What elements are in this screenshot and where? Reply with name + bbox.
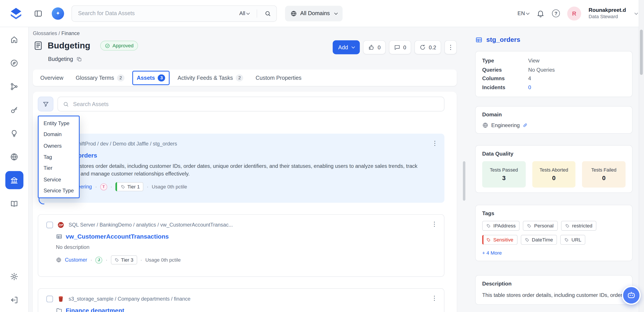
comments-button[interactable]: 0: [389, 40, 411, 54]
tag-pill[interactable]: DateTime: [520, 235, 557, 245]
app-logo-icon[interactable]: [9, 6, 23, 20]
tests-failed-box[interactable]: Tests Failed 0: [582, 161, 626, 188]
sidebar-item-settings[interactable]: [5, 267, 23, 285]
upvote-button[interactable]: 0: [363, 40, 386, 54]
asset-more-button[interactable]: ⋮: [432, 139, 438, 147]
sidebar-item-explore[interactable]: [5, 54, 23, 72]
sidebar-item-access[interactable]: [5, 101, 23, 119]
help-icon[interactable]: ?: [552, 10, 560, 17]
tag-icon: [565, 223, 570, 228]
all-domains-dropdown[interactable]: All Domains: [285, 6, 343, 21]
notifications-bell-icon[interactable]: [536, 9, 545, 18]
content-scrollbar-thumb[interactable]: [463, 161, 465, 201]
page-scrollbar-thumb[interactable]: [640, 30, 643, 75]
link-icon[interactable]: [522, 122, 528, 128]
filter-button[interactable]: [38, 97, 54, 111]
sidebar-collapse-icon[interactable]: [34, 9, 43, 18]
breadcrumb-glossaries[interactable]: Glossaries: [33, 31, 57, 36]
sidebar-item-governance[interactable]: [5, 171, 23, 189]
status-badge[interactable]: Approved: [100, 41, 138, 51]
assets-search-bar[interactable]: [58, 97, 444, 111]
tag-pill[interactable]: URL: [560, 235, 586, 245]
score-button[interactable]: 0.2: [414, 40, 441, 54]
detail-label: Queries: [482, 65, 528, 74]
tests-passed-box[interactable]: Tests Passed 3: [482, 161, 526, 188]
table-icon: [475, 36, 483, 44]
asset-domain-link[interactable]: Customer: [65, 257, 87, 263]
chevron-down-icon[interactable]: [634, 11, 638, 15]
filter-menu-item[interactable]: Service Type: [38, 185, 79, 196]
tab-custom-properties[interactable]: Custom Properties: [256, 75, 302, 81]
sidebar-item-lineage[interactable]: [5, 77, 23, 96]
asset-title-link[interactable]: vw_CustomerAccountTransactions: [56, 233, 436, 240]
chat-assistant-fab[interactable]: [622, 286, 641, 305]
asset-title-link[interactable]: Finance department: [56, 307, 436, 312]
detail-label: Type: [482, 56, 528, 65]
main-content: Glossaries / Finance Budgeting Approved …: [29, 27, 464, 312]
tag-pill[interactable]: IPAddress: [482, 221, 520, 231]
global-search-bar[interactable]: All: [72, 5, 277, 22]
details-tags-card: Tags IPAddress Personal restr: [475, 205, 632, 261]
score-value: 0.2: [429, 44, 436, 50]
left-sidebar: [0, 27, 29, 312]
add-button[interactable]: Add: [333, 40, 360, 54]
assets-toolbar: [38, 97, 444, 111]
search-icon[interactable]: [264, 10, 271, 17]
domain-value[interactable]: Engineering: [491, 122, 520, 128]
owner-avatar[interactable]: J: [96, 257, 102, 264]
sidebar-item-logout[interactable]: [5, 291, 23, 309]
tag-pill[interactable]: Personal: [523, 221, 558, 231]
tab-glossary-terms[interactable]: Glossary Terms 2: [76, 74, 124, 81]
asset-checkbox[interactable]: [46, 222, 53, 228]
filter-menu-item[interactable]: Owners: [38, 140, 79, 151]
filter-menu-item[interactable]: Service: [38, 174, 79, 185]
sidebar-item-home[interactable]: [5, 31, 23, 49]
tab-overview[interactable]: Overview: [40, 75, 64, 81]
tier-badge[interactable]: Tier 1: [116, 182, 144, 191]
global-search-input[interactable]: [77, 10, 236, 17]
tier-badge[interactable]: Tier 3: [111, 255, 137, 264]
asset-description: This table stores order details, includi…: [55, 162, 433, 178]
user-info[interactable]: Rounakpreet.d Data Steward: [589, 7, 626, 20]
globe-icon: [10, 152, 18, 161]
sql-server-source-icon: [57, 221, 64, 229]
tests-aborted-box[interactable]: Tests Aborted 0: [532, 161, 576, 188]
details-title-link[interactable]: stg_orders: [486, 36, 520, 44]
tag-label: IPAddress: [493, 223, 516, 229]
tab-label: Activity Feeds & Tasks: [178, 75, 233, 81]
filter-menu-item[interactable]: Entity Type: [38, 118, 79, 129]
ai-assistant-button[interactable]: ✦: [52, 7, 64, 20]
tag-pill[interactable]: restricted: [561, 221, 596, 231]
user-avatar[interactable]: R: [567, 6, 581, 20]
asset-card-vw-customer[interactable]: SQL Server / BankingDemo / analytics / v…: [38, 214, 444, 277]
filter-menu-item[interactable]: Tag: [38, 151, 79, 163]
asset-more-button[interactable]: ⋮: [431, 294, 438, 302]
tags-more-link[interactable]: + 4 More: [482, 250, 626, 256]
dot-separator: [140, 257, 142, 263]
tab-assets[interactable]: Assets 3: [137, 74, 165, 81]
sidebar-item-insights[interactable]: [5, 124, 23, 142]
tag-pill[interactable]: Sensitive: [482, 235, 518, 245]
thumbs-up-icon: [368, 44, 375, 51]
assets-search-input[interactable]: [72, 101, 439, 108]
asset-meta: Engineering T Tier 1 Usage 0th pctile: [55, 182, 436, 191]
sidebar-item-domains[interactable]: [5, 148, 23, 166]
more-actions-button[interactable]: ⋮: [444, 40, 457, 54]
search-scope-dropdown[interactable]: All: [239, 10, 249, 17]
tab-activity-feeds[interactable]: Activity Feeds & Tasks 2: [178, 74, 243, 81]
asset-card-finance-department[interactable]: s3_storage_sample / Company departments …: [38, 288, 444, 312]
filter-menu-item[interactable]: Domain: [38, 129, 79, 140]
incidents-link[interactable]: 0: [528, 83, 531, 92]
copy-icon[interactable]: [76, 56, 82, 62]
asset-checkbox[interactable]: [46, 296, 53, 302]
filter-menu-item[interactable]: Tier: [38, 163, 79, 174]
asset-title-link[interactable]: stg_orders: [55, 152, 436, 159]
language-selector[interactable]: EN: [518, 10, 529, 17]
asset-more-button[interactable]: ⋮: [431, 220, 438, 228]
detail-value: 4: [528, 74, 531, 83]
page-scrollbar[interactable]: [639, 0, 644, 312]
sidebar-item-glossary[interactable]: [5, 195, 23, 213]
asset-card-stg-orders[interactable]: redshiftProd / dev / Demo dbt Jaffle / s…: [38, 134, 444, 203]
owner-avatar[interactable]: T: [100, 183, 107, 190]
breadcrumb-current[interactable]: Finance: [62, 31, 80, 36]
